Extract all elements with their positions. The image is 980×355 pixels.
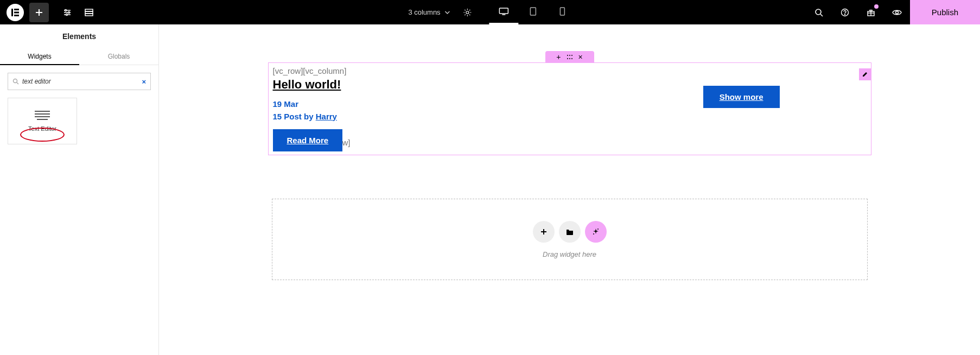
empty-section-dropzone[interactable]: Drag widget here xyxy=(272,199,868,280)
drop-hint-text: Drag widget here xyxy=(543,250,596,258)
svg-point-28 xyxy=(14,79,17,83)
clear-search-icon[interactable]: × xyxy=(142,78,146,86)
help-button[interactable] xyxy=(832,0,858,24)
section-toolbar: + × xyxy=(545,51,594,63)
svg-rect-1 xyxy=(14,9,19,10)
svg-point-27 xyxy=(895,11,898,14)
add-section-button[interactable] xyxy=(533,221,555,243)
chevron-down-icon xyxy=(445,10,450,15)
tablet-icon xyxy=(530,7,537,16)
editor-canvas: + × [vc_row][vc_column] Hello world! 19 … xyxy=(159,24,980,355)
tab-globals[interactable]: Globals xyxy=(79,48,158,65)
desktop-icon xyxy=(499,7,510,16)
pencil-icon xyxy=(862,71,868,78)
svg-point-32 xyxy=(571,55,572,56)
svg-line-21 xyxy=(820,14,823,16)
panel-title: Elements xyxy=(0,24,158,48)
svg-rect-19 xyxy=(561,8,565,15)
eye-icon xyxy=(892,8,902,17)
post-author-link[interactable]: Harry xyxy=(316,112,337,121)
svg-point-7 xyxy=(65,9,67,11)
site-settings-button[interactable] xyxy=(58,3,77,22)
elements-panel: Elements Widgets Globals × Text Editor xyxy=(0,24,159,355)
section-drag-icon[interactable] xyxy=(567,54,573,60)
tab-widgets[interactable]: Widgets xyxy=(0,48,79,65)
widget-search-input[interactable] xyxy=(22,78,142,85)
elementor-logo[interactable] xyxy=(7,4,24,21)
svg-point-31 xyxy=(569,55,570,56)
widget-search-box[interactable]: × xyxy=(8,73,151,90)
finder-search-button[interactable] xyxy=(806,0,832,24)
shortcode-text: [vc_row][vc_column] xyxy=(273,66,525,75)
section-container[interactable]: + × [vc_row][vc_column] Hello world! 19 … xyxy=(268,62,871,155)
structure-label: 3 columns xyxy=(408,8,440,16)
publish-label: Publish xyxy=(932,8,958,17)
svg-point-34 xyxy=(569,58,570,59)
read-more-button[interactable]: Read More xyxy=(273,129,343,151)
svg-rect-0 xyxy=(11,9,13,16)
preview-button[interactable] xyxy=(884,0,910,24)
svg-point-15 xyxy=(466,11,469,14)
svg-rect-18 xyxy=(531,8,536,15)
widget-text-editor[interactable]: Text Editor xyxy=(8,98,77,144)
search-icon xyxy=(12,78,19,85)
whats-new-button[interactable] xyxy=(858,0,884,24)
svg-point-9 xyxy=(68,11,70,13)
svg-rect-14 xyxy=(85,14,93,16)
svg-rect-2 xyxy=(14,11,19,13)
post-date: 19 Mar xyxy=(273,98,525,111)
svg-point-35 xyxy=(571,58,572,59)
svg-point-30 xyxy=(567,55,568,56)
help-icon xyxy=(841,8,849,17)
svg-point-39 xyxy=(593,233,594,234)
device-mobile-tab[interactable] xyxy=(548,0,577,24)
svg-point-23 xyxy=(844,14,845,14)
page-settings-button[interactable] xyxy=(458,3,478,22)
search-icon xyxy=(814,8,823,17)
structure-dropdown[interactable]: 3 columns xyxy=(403,0,455,24)
annotation-highlight xyxy=(20,128,65,142)
svg-point-38 xyxy=(597,229,599,230)
svg-point-20 xyxy=(816,9,821,15)
add-element-button[interactable] xyxy=(29,3,49,22)
plus-icon xyxy=(540,228,548,236)
post-byline: 15 Post by Harry xyxy=(273,111,525,123)
mobile-icon xyxy=(559,7,566,16)
folder-icon xyxy=(566,229,574,235)
notification-dot xyxy=(874,4,879,9)
section-delete-icon[interactable]: × xyxy=(578,53,583,61)
svg-point-33 xyxy=(567,58,568,59)
structure-panel-button[interactable] xyxy=(79,3,99,22)
device-tablet-tab[interactable] xyxy=(519,0,548,24)
svg-point-11 xyxy=(66,14,68,15)
show-more-button[interactable]: Show more xyxy=(703,86,780,108)
add-template-button[interactable] xyxy=(559,221,581,243)
post-title-link[interactable]: Hello world! xyxy=(273,78,341,92)
gift-icon xyxy=(867,8,875,17)
publish-button[interactable]: Publish xyxy=(910,0,980,24)
sparkle-icon xyxy=(592,228,600,236)
shortcode-trailing: w] xyxy=(342,138,351,147)
device-desktop-tab[interactable] xyxy=(489,0,519,24)
widget-edit-handle[interactable] xyxy=(859,68,871,80)
svg-rect-16 xyxy=(500,8,508,14)
svg-rect-3 xyxy=(14,15,19,16)
svg-line-29 xyxy=(17,83,18,84)
ai-button[interactable] xyxy=(585,221,607,243)
section-add-icon[interactable]: + xyxy=(556,53,561,61)
text-editor-icon xyxy=(35,111,50,120)
